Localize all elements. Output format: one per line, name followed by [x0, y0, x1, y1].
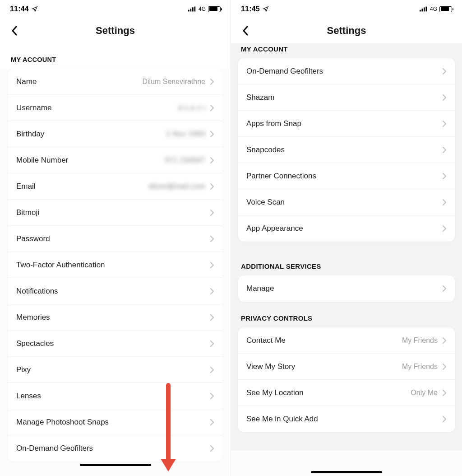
chevron-right-icon [210, 314, 214, 321]
signal-icon [420, 6, 428, 12]
settings-row-manage[interactable]: Manage [238, 275, 455, 302]
row-label: Apps from Snap [246, 119, 301, 128]
row-value: dilum@mail.com [149, 182, 205, 191]
chevron-right-icon [210, 419, 214, 426]
svg-rect-1 [190, 9, 191, 11]
chevron-right-icon [210, 261, 214, 269]
chevron-right-icon [442, 285, 447, 292]
chevron-right-icon [210, 340, 214, 347]
section-header-privacy-controls: PRIVACY CONTROLS [231, 302, 462, 327]
chevron-right-icon [210, 131, 214, 138]
chevron-right-icon [442, 146, 447, 154]
row-label: View My Story [246, 362, 295, 371]
settings-row-bitmoji[interactable]: Bitmoji [8, 200, 222, 226]
home-indicator [80, 464, 151, 466]
settings-row-on-demand-geofilters[interactable]: On-Demand Geofilters [8, 435, 222, 462]
settings-row-see-me-in-quick-add[interactable]: See Me in Quick Add [238, 406, 455, 432]
row-label: On-Demand Geofilters [246, 67, 323, 76]
location-icon [263, 6, 269, 12]
settings-row-username[interactable]: Usernamed s e n i [8, 95, 222, 121]
settings-row-pixy[interactable]: Pixy [8, 357, 222, 383]
network-label: 4G [199, 6, 206, 12]
settings-row-voice-scan[interactable]: Voice Scan [238, 189, 455, 215]
settings-row-birthday[interactable]: Birthday1 Nov 1993 [8, 121, 222, 147]
phone-left: 11:44 4G Settings MY ACCOUNT NameDilum S… [0, 0, 231, 476]
home-indicator [311, 471, 382, 473]
privacy-controls-card: Contact MeMy FriendsView My StoryMy Frie… [238, 327, 455, 432]
row-value: d s e n i [178, 104, 205, 112]
chevron-right-icon [442, 94, 447, 101]
svg-rect-3 [194, 7, 195, 12]
chevron-right-icon [210, 366, 214, 373]
settings-row-email[interactable]: Emaildilum@mail.com [8, 173, 222, 200]
battery-icon [208, 6, 221, 12]
chevron-right-icon [442, 337, 447, 344]
chevron-right-icon [210, 392, 214, 400]
settings-row-apps-from-snap[interactable]: Apps from Snap [238, 111, 455, 137]
chevron-right-icon [210, 157, 214, 164]
row-label: Manage [246, 284, 274, 293]
settings-row-shazam[interactable]: Shazam [238, 84, 455, 111]
chevron-right-icon [442, 68, 447, 75]
back-button[interactable] [8, 24, 21, 37]
row-label: Bitmoji [16, 208, 39, 217]
section-header-my-account: MY ACCOUNT [231, 43, 462, 58]
phone-right: 11:45 4G Settings MY ACCOUNT On-Demand G… [231, 0, 462, 476]
chevron-right-icon [442, 199, 447, 206]
settings-row-snapcodes[interactable]: Snapcodes [238, 137, 455, 163]
row-label: Partner Connections [246, 172, 316, 181]
settings-row-app-appearance[interactable]: App Appearance [238, 215, 455, 242]
chevron-right-icon [210, 235, 214, 243]
status-time: 11:44 [10, 5, 29, 13]
row-label: Birthday [16, 130, 44, 139]
svg-rect-7 [424, 7, 425, 11]
settings-row-view-my-story[interactable]: View My StoryMy Friends [238, 354, 455, 380]
chevron-right-icon [442, 173, 447, 180]
row-value: 1 Nov 1993 [166, 130, 205, 138]
chevron-right-icon [210, 445, 214, 452]
settings-row-name[interactable]: NameDilum Senevirathne [8, 69, 222, 95]
page-title: Settings [231, 25, 462, 37]
row-label: Two-Factor Authentication [16, 261, 105, 270]
settings-row-manage-photoshoot-snaps[interactable]: Manage Photoshoot Snaps [8, 409, 222, 435]
account-settings-card-continued: On-Demand GeofiltersShazamApps from Snap… [238, 58, 455, 242]
additional-services-card: Manage [238, 275, 455, 302]
chevron-right-icon [210, 183, 214, 190]
chevron-right-icon [442, 415, 447, 423]
settings-row-two-factor-authentication[interactable]: Two-Factor Authentication [8, 252, 222, 278]
location-icon [32, 6, 38, 12]
row-label: Email [16, 182, 36, 191]
settings-row-on-demand-geofilters[interactable]: On-Demand Geofilters [238, 58, 455, 84]
settings-row-partner-connections[interactable]: Partner Connections [238, 163, 455, 189]
section-header-my-account: MY ACCOUNT [0, 43, 231, 69]
settings-row-spectacles[interactable]: Spectacles [8, 331, 222, 357]
nav-bar: Settings [0, 18, 231, 43]
settings-row-mobile-number[interactable]: Mobile Number071 234567 [8, 147, 222, 173]
row-value: My Friends [402, 363, 438, 371]
row-label: Manage Photoshoot Snaps [16, 418, 109, 427]
row-label: Name [16, 77, 37, 86]
row-label: App Appearance [246, 224, 303, 233]
settings-row-password[interactable]: Password [8, 226, 222, 252]
row-label: Snapcodes [246, 145, 285, 154]
svg-rect-5 [420, 10, 421, 12]
signal-icon [188, 6, 196, 12]
svg-rect-0 [188, 10, 189, 12]
back-button[interactable] [239, 24, 252, 37]
row-value: Only Me [411, 389, 438, 397]
settings-row-notifications[interactable]: Notifications [8, 278, 222, 304]
svg-rect-8 [425, 7, 427, 12]
row-label: Username [16, 103, 51, 112]
settings-row-memories[interactable]: Memories [8, 304, 222, 331]
settings-row-lenses[interactable]: Lenses [8, 383, 222, 409]
svg-rect-2 [192, 7, 194, 11]
row-value: Dilum Senevirathne [142, 78, 205, 86]
settings-row-contact-me[interactable]: Contact MeMy Friends [238, 327, 455, 354]
settings-row-see-my-location[interactable]: See My LocationOnly Me [238, 380, 455, 406]
network-label: 4G [430, 6, 437, 12]
status-bar: 11:45 4G [231, 0, 462, 18]
row-label: Password [16, 234, 50, 243]
nav-bar: Settings [231, 18, 462, 43]
chevron-right-icon [210, 209, 214, 216]
row-label: Voice Scan [246, 198, 285, 207]
